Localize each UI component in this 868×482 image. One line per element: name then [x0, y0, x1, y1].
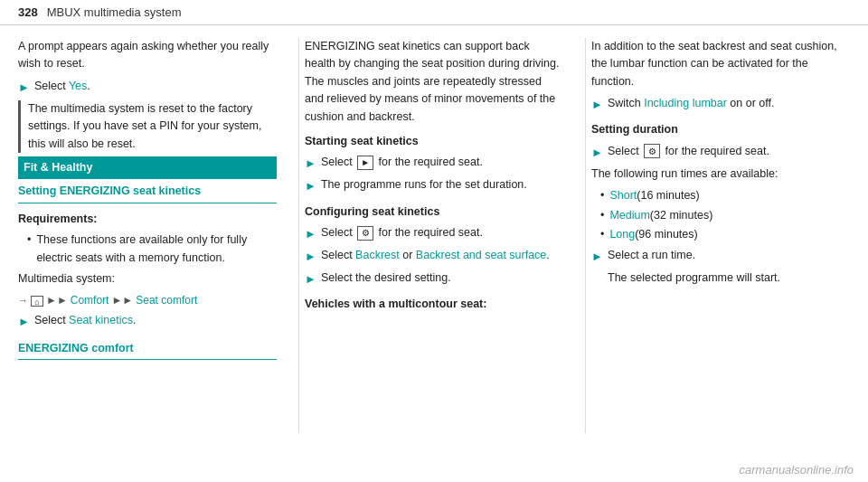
duration-item-long: Long (96 minutes) [600, 226, 850, 243]
duration-medium-detail: (32 minutes) [650, 207, 712, 224]
column-3: In addition to the seat backrest and sea… [591, 38, 850, 433]
col2-starting-arrow2-text: The programme runs for the set duration. [321, 176, 527, 194]
col2-config-arrow3: ► Select the desired setting. [305, 269, 563, 288]
play-icon: ► [357, 156, 373, 170]
col1-section-heading: Fit & Healthy [18, 156, 277, 179]
col3-lumbar-link: Including lumbar [644, 97, 727, 109]
col1-yes-link: Yes [69, 80, 87, 92]
header-title: MBUX multimedia system [47, 5, 182, 19]
content-area: A prompt appears again asking whether yo… [0, 25, 868, 442]
gear-icon-2: ⚙ [644, 144, 660, 158]
arrow-icon-4: ► [305, 177, 316, 195]
col1-bottom-label: ENERGIZING comfort [18, 340, 277, 360]
col1-seat-kinetics-link: Seat kinetics [69, 314, 133, 326]
col2-or: or [400, 249, 416, 261]
col-divider-1 [298, 38, 299, 433]
col3-final-arrow2-text: The selected programme will start. [608, 271, 780, 284]
col3-setting-heading: Setting duration [591, 121, 850, 138]
arrow-icon-10: ► [591, 248, 603, 266]
col3-final-note: The selected programme will start. [608, 269, 850, 287]
arrow-icon-9: ► [591, 144, 603, 162]
col1-period2: . [133, 314, 136, 326]
path-comfort: Comfort [71, 292, 109, 309]
col3-following-text: The following run times are available: [591, 165, 850, 183]
arrow-icon-3: ► [305, 155, 316, 173]
col2-backrest-surface-link: Backrest and seat surface [416, 249, 547, 261]
duration-short-label: Short [609, 187, 637, 204]
col-divider-2 [585, 38, 586, 433]
page-container: 328 MBUX multimedia system A prompt appe… [0, 0, 868, 482]
col2-intro: ENERGIZING seat kinetics can support bac… [305, 38, 563, 126]
col3-duration-arrow: ► Select ⚙ for the required seat. [591, 143, 850, 162]
col2-starting-heading: Starting seat kinetics [305, 133, 563, 150]
duration-long-label: Long [609, 226, 635, 243]
duration-medium-label: Medium [609, 207, 649, 224]
page-number: 328 [18, 5, 38, 19]
duration-short-detail: (16 minutes) [637, 187, 699, 204]
arrow-icon-2: ► [18, 313, 30, 331]
col3-switch-post: on or off. [727, 97, 775, 109]
col3-intro: In addition to the seat backrest and sea… [591, 38, 850, 90]
col1-req-bullet: These functions are available only for f… [27, 232, 277, 267]
col3-duration-list: Short (16 minutes) Medium (32 minutes) L… [600, 187, 850, 243]
path-arrow-icon: → [18, 293, 28, 308]
col2-period: . [546, 249, 549, 261]
col1-req-list: These functions are available only for f… [27, 232, 277, 267]
gear-icon-1: ⚙ [357, 226, 373, 241]
col1-period: . [87, 80, 90, 92]
column-1: A prompt appears again asking whether yo… [18, 38, 293, 433]
col3-final-arrow1-text: Select a run time. [608, 247, 695, 264]
duration-item-short: Short (16 minutes) [600, 187, 850, 204]
col1-select-label: Select [34, 80, 69, 92]
arrow-icon-1: ► [18, 79, 30, 97]
arrow-icon-7: ► [305, 270, 316, 288]
col2-configuring-heading: Configuring seat kinetics [305, 203, 563, 221]
col2-config-arrow2: ► Select Backrest or Backrest and seat s… [305, 247, 563, 266]
col2-config-pre: Select [321, 249, 355, 261]
path-seat-comfort: Seat comfort [136, 292, 197, 309]
header-bar: 328 MBUX multimedia system [0, 0, 868, 25]
col1-arrow2: ► Select Seat kinetics. [18, 312, 277, 331]
col2-vehicles-heading: Vehicles with a multicontour seat: [305, 296, 563, 313]
col1-select-label2: Select [34, 314, 69, 326]
col2-config-arrow3-text: Select the desired setting. [321, 269, 451, 287]
path-sep-2: ►► [111, 292, 133, 309]
arrow-icon-8: ► [591, 96, 603, 114]
col1-multimedia-label: Multimedia system: [18, 270, 277, 288]
col2-config-arrow1: ► Select ⚙ for the required seat. [305, 224, 563, 243]
col3-final-arrow1: ► Select a run time. [591, 247, 850, 266]
col1-path-line: → ⌂ ►► Comfort ►► Seat comfort [18, 292, 277, 309]
col1-note: The multimedia system is reset to the fa… [18, 100, 277, 153]
col3-arrow1: ► Switch Including lumbar on or off. [591, 95, 850, 114]
col2-starting-arrow1: ► Select ► for the required seat. [305, 154, 563, 173]
duration-long-detail: (96 minutes) [635, 226, 697, 243]
col2-starting-arrow2: ► The programme runs for the set duratio… [305, 176, 563, 195]
watermark: carmanualsonline.info [725, 458, 868, 482]
col1-arrow1: ► Select Yes. [18, 78, 277, 97]
duration-item-medium: Medium (32 minutes) [600, 207, 850, 224]
path-sep-1: ►► [46, 292, 68, 309]
arrow-icon-6: ► [305, 248, 316, 266]
col1-intro: A prompt appears again asking whether yo… [18, 38, 277, 73]
home-icon: ⌂ [31, 296, 43, 307]
col1-requirements-heading: Requirements: [18, 211, 277, 228]
col2-backrest-link: Backrest [355, 249, 400, 261]
col3-switch-pre: Switch [608, 97, 644, 109]
col1-sub-heading: Setting ENERGIZING seat kinetics [18, 183, 277, 203]
column-2: ENERGIZING seat kinetics can support bac… [305, 38, 580, 433]
arrow-icon-5: ► [305, 225, 316, 243]
